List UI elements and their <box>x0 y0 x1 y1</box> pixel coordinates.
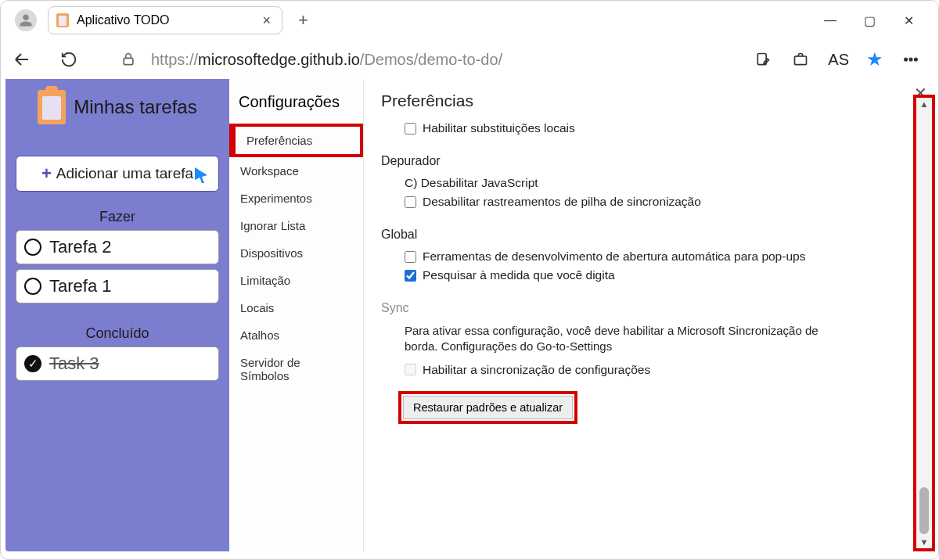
settings-content: ✕ Preferências Habilitar substituições l… <box>364 79 934 551</box>
label-enable-sync: Habilitar a sincronização de configuraçõ… <box>423 363 650 377</box>
tab-title: Aplicativo TODO <box>77 13 170 27</box>
url-protocol: https:// <box>151 51 198 68</box>
url-display[interactable]: https://microsoftedge.github.io/Demos/de… <box>151 51 502 69</box>
sidebar-item-devices[interactable]: Dispositivos <box>229 239 363 267</box>
section-todo-label: Fazer <box>99 209 135 225</box>
label-auto-open-devtools: Ferramentas de desenvolvimento de abertu… <box>423 249 805 264</box>
refresh-icon <box>60 51 77 68</box>
window-controls: — ▢ ✕ <box>822 13 932 28</box>
address-bar: https://microsoftedge.github.io/Demos/de… <box>1 40 938 79</box>
task-checkbox[interactable] <box>24 239 41 256</box>
cursor-icon <box>195 167 207 183</box>
label-local-overrides: Habilitar substituições locais <box>423 121 575 135</box>
window-minimize-button[interactable]: — <box>822 13 838 28</box>
more-menu-button[interactable] <box>901 49 921 70</box>
svg-point-5 <box>915 58 917 60</box>
lock-icon <box>121 52 136 67</box>
checkbox-search-as-type[interactable] <box>405 270 416 282</box>
tab-close-button[interactable]: × <box>262 13 271 29</box>
collections-button[interactable] <box>790 49 811 70</box>
new-tab-button[interactable]: + <box>298 10 308 31</box>
window-maximize-button[interactable]: ▢ <box>862 13 877 28</box>
section-sync-heading: Sync <box>381 301 919 315</box>
svg-point-4 <box>909 58 912 60</box>
section-done-label: Concluído <box>85 325 149 342</box>
window-titlebar: Aplicativo TODO × + — ▢ ✕ <box>1 1 938 40</box>
sidebar-item-ignore-list[interactable]: Ignorar Lista <box>229 212 363 239</box>
checkbox-auto-open-devtools[interactable] <box>405 251 416 263</box>
svg-rect-0 <box>124 58 133 64</box>
sidebar-item-experiments[interactable]: Experimentos <box>229 185 363 212</box>
scroll-thumb[interactable] <box>919 487 929 534</box>
sidebar-item-workspace[interactable]: Workspace <box>229 157 363 185</box>
pencil-page-icon <box>755 52 771 67</box>
checkbox-enable-sync <box>405 364 416 375</box>
sidebar-item-locations[interactable]: Locais <box>229 294 363 321</box>
label-search-as-type: Pesquisar à medida que você digita <box>423 268 615 282</box>
plus-icon: + <box>41 163 52 184</box>
scroll-down-button[interactable]: ▼ <box>920 537 929 547</box>
svg-point-3 <box>905 58 907 60</box>
back-button[interactable] <box>12 49 32 70</box>
dots-horizontal-icon <box>902 51 919 68</box>
settings-heading: Configurações <box>229 87 363 124</box>
task-item-done[interactable]: Task 3 <box>16 346 219 381</box>
favorite-button[interactable]: ★ <box>866 48 883 70</box>
profile-initials[interactable]: AS <box>828 51 849 69</box>
task-name: Tarefa 2 <box>49 237 112 257</box>
scroll-track[interactable] <box>916 109 932 537</box>
profile-avatar[interactable] <box>15 9 37 31</box>
checkbox-local-overrides[interactable] <box>405 123 416 135</box>
arrow-left-icon <box>13 50 31 69</box>
sidebar-item-shortcuts[interactable]: Atalhos <box>229 321 363 349</box>
site-info-button[interactable] <box>118 49 139 70</box>
label-disable-javascript: C) Desabilitar JavaScript <box>405 176 919 190</box>
browser-tab[interactable]: Aplicativo TODO × <box>48 6 282 34</box>
scroll-up-button[interactable]: ▲ <box>920 99 929 109</box>
task-checkbox[interactable] <box>24 278 41 295</box>
add-task-button[interactable]: + Adicionar uma tarefa <box>16 156 219 192</box>
edit-page-button[interactable] <box>753 49 773 70</box>
sidebar-item-preferences[interactable]: Preferências <box>229 124 363 157</box>
section-debugger-heading: Depurador <box>381 154 919 168</box>
settings-page-heading: Preferências <box>381 92 919 110</box>
section-global-heading: Global <box>381 228 919 242</box>
briefcase-icon <box>793 52 808 67</box>
todo-app-panel: Minhas tarefas + Adicionar uma tarefa Fa… <box>5 79 229 551</box>
checkbox-disable-async-stack[interactable] <box>405 196 416 208</box>
task-name: Tarefa 1 <box>49 276 112 296</box>
sync-note: Para ativar essa configuração, você deve… <box>405 323 843 355</box>
sidebar-item-throttling[interactable]: Limitação <box>229 267 363 294</box>
restore-defaults-button[interactable]: Restaurar padrões e atualizar <box>403 396 573 419</box>
url-host: microsoftedge.github.io <box>198 51 360 68</box>
sidebar-item-symbol-server[interactable]: Servidor de Símbolos <box>229 349 363 389</box>
svg-rect-2 <box>795 56 807 65</box>
label-disable-async-stack: Desabilitar rastreamentos de pilha de si… <box>423 195 701 209</box>
clipboard-icon <box>56 13 69 27</box>
url-path: /Demos/demo-to-do/ <box>360 51 502 68</box>
add-task-label: Adicionar uma tarefa <box>56 165 193 182</box>
restore-highlight: Restaurar padrões e atualizar <box>398 391 577 424</box>
task-name: Task 3 <box>49 354 99 374</box>
task-checkbox-checked[interactable] <box>24 355 41 372</box>
scrollbar-highlight: ▲ ▼ <box>913 95 935 551</box>
window-close-button[interactable]: ✕ <box>901 13 916 28</box>
task-item[interactable]: Tarefa 2 <box>16 230 219 264</box>
todo-title: Minhas tarefas <box>74 96 196 118</box>
task-item[interactable]: Tarefa 1 <box>16 269 219 303</box>
settings-sidebar: Configurações Preferências Workspace Exp… <box>229 79 364 551</box>
person-icon <box>19 13 33 27</box>
refresh-button[interactable] <box>59 49 79 70</box>
clipboard-icon <box>38 90 66 124</box>
